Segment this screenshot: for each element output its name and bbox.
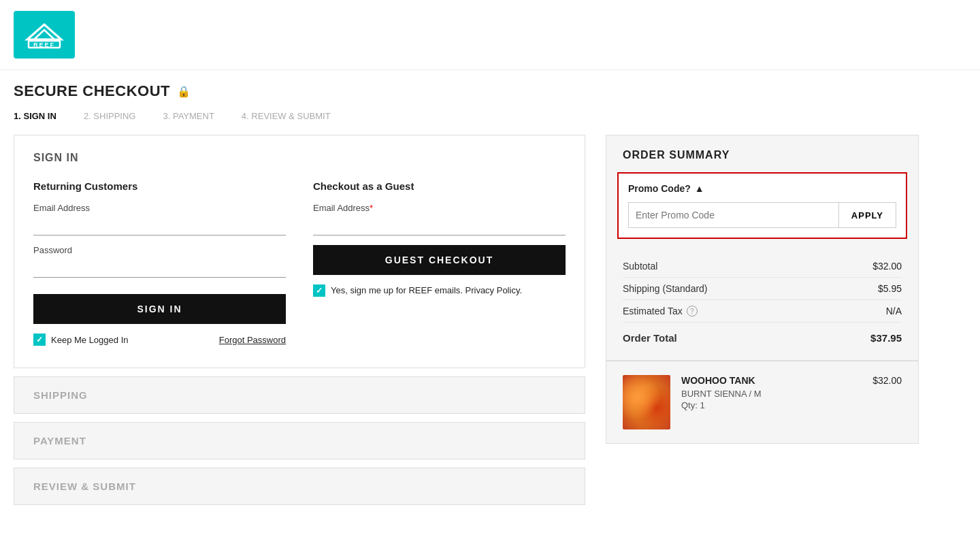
shipping-value: $5.95 (878, 283, 902, 294)
guest-email-input[interactable] (313, 216, 566, 235)
step-1: 1. SIGN IN (14, 111, 56, 121)
sign-in-button[interactable]: SIGN IN (33, 294, 286, 324)
promo-code-input[interactable] (628, 202, 838, 228)
guest-checkout-button[interactable]: GUEST CHECKOUT (313, 245, 566, 275)
order-total-value: $37.95 (870, 332, 902, 344)
sign-in-section: SIGN IN Returning Customers Email Addres… (14, 135, 585, 368)
keep-logged-in-label: Keep Me Logged In (51, 335, 128, 345)
optin-row: Yes, sign me up for REEF emails. Privacy… (313, 284, 566, 297)
guest-email-label: Email Address* (313, 203, 566, 213)
guest-checkout-title: Checkout as a Guest (313, 180, 566, 192)
order-summary-card: ORDER SUMMARY Promo Code? ▲ APPLY Subtot… (606, 135, 919, 444)
shipping-collapsed-title: SHIPPING (33, 389, 566, 401)
order-total-row: Order Total $37.95 (623, 323, 902, 349)
checkout-steps: 1. SIGN IN 2. SHIPPING 3. PAYMENT 4. REV… (0, 107, 980, 135)
order-totals: Subtotal $32.00 Shipping (Standard) $5.9… (606, 250, 918, 360)
promo-input-row: APPLY (628, 202, 896, 228)
promo-apply-button[interactable]: APPLY (838, 202, 896, 228)
tax-info-icon[interactable]: ? (687, 306, 698, 316)
product-image (623, 375, 670, 429)
step-2: 2. SHIPPING (84, 111, 136, 121)
step-4: 4. REVIEW & SUBMIT (242, 111, 331, 121)
reef-logo[interactable]: REEF (14, 11, 75, 59)
shipping-label: Shipping (Standard) (623, 283, 708, 294)
subtotal-label: Subtotal (623, 261, 657, 272)
payment-section-collapsed: PAYMENT (14, 422, 585, 459)
svg-marker-0 (27, 25, 61, 39)
email-form-group: Email Address (33, 203, 286, 235)
order-total-label: Order Total (623, 332, 677, 344)
returning-customers-col: Returning Customers Email Address Passwo… (33, 180, 286, 346)
promo-label: Promo Code? ▲ (628, 183, 896, 194)
right-column: ORDER SUMMARY Promo Code? ▲ APPLY Subtot… (606, 135, 919, 505)
optin-checkbox[interactable] (313, 284, 325, 297)
shipping-row: Shipping (Standard) $5.95 (623, 278, 902, 300)
product-name: WOOHOO TANK (681, 375, 862, 386)
password-label: Password (33, 245, 286, 255)
guest-checkout-col: Checkout as a Guest Email Address* GUEST… (313, 180, 566, 346)
required-marker: * (370, 203, 373, 213)
returning-email-input[interactable] (33, 216, 286, 235)
product-qty: Qty: 1 (681, 400, 862, 410)
password-input[interactable] (33, 258, 286, 278)
keep-logged-in-row: Keep Me Logged In (33, 333, 128, 346)
review-section-collapsed: REVIEW & SUBMIT (14, 468, 585, 505)
product-details: WOOHOO TANK BURNT SIENNA / M Qty: 1 (681, 375, 862, 410)
product-price: $32.00 (872, 375, 902, 386)
keep-logged-in-checkbox[interactable] (33, 333, 46, 346)
sign-in-card: SIGN IN Returning Customers Email Addres… (14, 135, 585, 368)
review-collapsed-title: REVIEW & SUBMIT (33, 481, 566, 492)
shipping-section-collapsed: SHIPPING (14, 376, 585, 414)
svg-text:REEF: REEF (33, 42, 55, 48)
password-form-group: Password (33, 245, 286, 278)
payment-collapsed-title: PAYMENT (33, 435, 566, 446)
guest-email-group: Email Address* (313, 203, 566, 235)
optin-text: Yes, sign me up for REEF emails. Privacy… (331, 284, 522, 297)
page-title: SECURE CHECKOUT (14, 82, 170, 100)
lock-icon: 🔒 (177, 85, 191, 98)
main-layout: SIGN IN Returning Customers Email Addres… (0, 135, 980, 505)
product-section: WOOHOO TANK BURNT SIENNA / M Qty: 1 $32.… (606, 361, 918, 443)
tax-value: N/A (886, 306, 902, 316)
order-summary-header: ORDER SUMMARY (606, 135, 918, 172)
promo-chevron[interactable]: ▲ (695, 183, 704, 194)
left-column: SIGN IN Returning Customers Email Addres… (14, 135, 585, 505)
subtotal-row: Subtotal $32.00 (623, 255, 902, 278)
header: REEF (0, 0, 980, 70)
promo-code-section: Promo Code? ▲ APPLY (617, 172, 907, 239)
subtotal-value: $32.00 (872, 261, 902, 272)
returning-customers-title: Returning Customers (33, 180, 286, 192)
tax-row: Estimated Tax ? N/A (623, 300, 902, 323)
sign-in-bottom-row: Keep Me Logged In Forgot Password (33, 333, 286, 346)
sign-in-section-header: SIGN IN (33, 152, 566, 164)
product-image-inner (623, 375, 670, 429)
sign-in-form: Returning Customers Email Address Passwo… (33, 180, 566, 346)
tax-label: Estimated Tax ? (623, 306, 698, 316)
product-variant: BURNT SIENNA / M (681, 389, 862, 399)
forgot-password-link[interactable]: Forgot Password (219, 335, 286, 345)
step-3: 3. PAYMENT (163, 111, 214, 121)
email-label: Email Address (33, 203, 286, 213)
page-title-area: SECURE CHECKOUT 🔒 (0, 70, 980, 107)
